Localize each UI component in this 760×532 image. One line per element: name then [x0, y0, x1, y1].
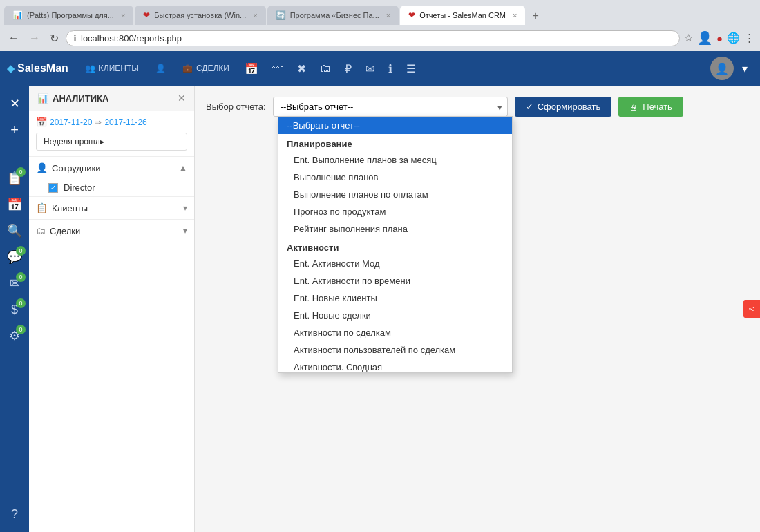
dropdown-item-14[interactable]: Активности. Сводная — [278, 359, 512, 372]
print-button[interactable]: 🖨 Печать — [618, 97, 683, 117]
finance-badge: 0 — [16, 298, 26, 308]
feedback-button[interactable]: ? — [743, 300, 760, 318]
section-clients[interactable]: 📋 Клиенты ▾ — [29, 196, 194, 219]
tab-1[interactable]: 📊 (Patts) Программы для... × — [4, 6, 133, 25]
nav-deals[interactable]: 💼 СДЕЛКИ — [175, 59, 236, 77]
dropdown-item-6[interactable]: Рейтинг выполнения плана — [278, 220, 512, 238]
sidebar-header-close[interactable]: ✕ — [178, 93, 186, 104]
browser-chrome: 📊 (Patts) Программы для... × ❤ Быстрая у… — [0, 0, 760, 51]
extension2-button[interactable]: 🌐 — [727, 32, 740, 44]
extension1-button[interactable]: ● — [716, 32, 723, 44]
sidebar-search-btn[interactable]: 🔍 — [2, 218, 27, 243]
report-select[interactable]: --Выбрать отчет-- — [273, 97, 508, 117]
profile-button[interactable]: 👤 — [697, 30, 712, 46]
tab-4[interactable]: ❤ Отчеты - SalesMan CRM × — [400, 6, 525, 25]
tasks-badge: 0 — [16, 167, 26, 177]
chat-badge: 0 — [16, 246, 26, 256]
tab-4-icon: ❤ — [408, 10, 415, 20]
tab-2-label: Быстрая установка (Win... — [154, 11, 246, 19]
dropdown-item-10[interactable]: Ent. Новые клиенты — [278, 289, 512, 307]
new-tab-button[interactable]: + — [526, 7, 544, 25]
help-icon: ? — [11, 507, 18, 522]
secure-icon: ℹ — [73, 33, 77, 44]
tab-1-icon: 📊 — [12, 10, 23, 20]
sidebar-add-btn[interactable]: + — [2, 117, 27, 142]
form-button[interactable]: ✓ Сформировать — [515, 97, 612, 117]
dropdown-scroll[interactable]: --Выбрать отчет--ПланированиеEnt. Выполн… — [278, 117, 512, 372]
sidebar-chat-btn[interactable]: 💬 0 — [2, 245, 27, 269]
sidebar-finance-btn[interactable]: $ 0 — [2, 297, 27, 322]
nav-clients[interactable]: 👥 КЛИЕНТЫ — [78, 59, 146, 77]
section-employees[interactable]: 👤 Сотрудники ▲ — [29, 156, 194, 179]
employee-director[interactable]: ✓ Director — [29, 179, 194, 196]
dropdown-item-11[interactable]: Ent. Новые сделки — [278, 307, 512, 324]
sidebar-header-icon: 📊 — [37, 93, 48, 104]
user-avatar[interactable]: 👤 — [710, 57, 734, 80]
tab-2-close[interactable]: × — [253, 11, 257, 19]
nav-deals-icon: 💼 — [182, 64, 193, 73]
brand-icon: ◆ — [7, 63, 15, 74]
app: ◆ SalesMan 👥 КЛИЕНТЫ 👤 💼 СДЕЛКИ 📅 〰 ✖ 🗂 … — [0, 51, 760, 532]
tab-4-label: Отчеты - SalesMan CRM — [419, 11, 506, 19]
sidebar-settings-btn[interactable]: ⚙ 0 — [2, 323, 27, 348]
back-button[interactable]: ← — [6, 30, 22, 46]
content-area: Выбор отчета: --Выбрать отчет-- ▾ ✓ Сфор… — [195, 86, 760, 532]
reload-button[interactable]: ↻ — [47, 30, 61, 46]
deals-icon: 🗂 — [36, 225, 46, 236]
menu-button[interactable]: ⋮ — [744, 32, 754, 44]
brand[interactable]: ◆ SalesMan — [7, 62, 68, 75]
sidebar-calendar-btn[interactable]: 📅 — [2, 192, 27, 217]
director-checkbox[interactable]: ✓ — [48, 183, 58, 193]
tab-3-close[interactable]: × — [386, 11, 390, 19]
dropdown-item-1: Планирование — [278, 134, 512, 151]
dropdown-item-12[interactable]: Активности по сделкам — [278, 324, 512, 341]
nav-ruble-icon[interactable]: ₽ — [339, 58, 357, 79]
tab-2[interactable]: ❤ Быстрая установка (Win... × — [135, 6, 265, 25]
nav-info-icon[interactable]: ℹ — [383, 58, 398, 79]
director-label: Director — [64, 182, 95, 193]
clients-label: Клиенты — [52, 203, 183, 213]
forward-button[interactable]: → — [26, 30, 43, 46]
nav-calendar-icon[interactable]: 📅 — [239, 58, 264, 79]
period-button[interactable]: Неделя прошл▸ — [36, 133, 187, 151]
user-dropdown-icon[interactable]: ▾ — [737, 58, 753, 79]
sidebar-mail-btn[interactable]: ✉ 0 — [2, 271, 27, 296]
dropdown-item-9[interactable]: Ent. Активности по времени — [278, 272, 512, 289]
dropdown-item-0[interactable]: --Выбрать отчет-- — [278, 117, 512, 134]
sidebar-tasks-btn[interactable]: 📋 0 — [2, 166, 27, 191]
nav-clients-icon: 👥 — [85, 64, 95, 73]
sidebar-close-btn[interactable]: ✕ — [2, 91, 27, 116]
nav-folder-icon[interactable]: 🗂 — [314, 58, 336, 79]
section-deals[interactable]: 🗂 Сделки ▾ — [29, 219, 194, 242]
nav-cross-icon[interactable]: ✖ — [292, 58, 312, 79]
tab-4-close[interactable]: × — [513, 11, 517, 19]
nav-menu-icon[interactable]: ☰ — [401, 58, 421, 79]
sidebar-help-btn[interactable]: ? — [2, 502, 27, 526]
dropdown-item-5[interactable]: Прогноз по продуктам — [278, 203, 512, 220]
date-icon: 📅 — [36, 117, 47, 127]
form-icon: ✓ — [526, 102, 533, 112]
print-label: Печать — [643, 102, 672, 112]
dropdown-item-8[interactable]: Ent. Активности Мод — [278, 255, 512, 272]
report-select-wrapper: --Выбрать отчет-- ▾ — [273, 97, 508, 117]
nav-mail-icon[interactable]: ✉ — [360, 58, 380, 79]
dropdown-item-3[interactable]: Выполнение планов — [278, 169, 512, 186]
address-bar-row: ← → ↻ ℹ localhost:800/reports.php ☆ 👤 ● … — [0, 25, 760, 51]
browser-actions: ☆ 👤 ● 🌐 ⋮ — [684, 30, 754, 46]
period-label: Неделя прошл▸ — [44, 137, 104, 146]
tab-1-close[interactable]: × — [121, 11, 125, 19]
dropdown-item-13[interactable]: Активности пользователей по сделкам — [278, 341, 512, 359]
bookmark-button[interactable]: ☆ — [684, 32, 693, 44]
dropdown-item-4[interactable]: Выполнение планов по оплатам — [278, 186, 512, 203]
nav-person[interactable]: 👤 — [149, 59, 173, 77]
app-body: ✕ + 📋 0 📅 🔍 💬 0 ✉ 0 $ 0 — [0, 86, 760, 532]
nav-chart-icon[interactable]: 〰 — [267, 58, 289, 79]
brand-name: SalesMan — [17, 62, 68, 75]
tab-3[interactable]: 🔄 Программа «Бизнес Па... × — [267, 6, 399, 25]
sidebar-icons: ✕ + 📋 0 📅 🔍 💬 0 ✉ 0 $ 0 — [0, 86, 29, 532]
address-text: localhost:800/reports.php — [81, 33, 672, 44]
dropdown-item-2[interactable]: Ent. Выполнение планов за месяц — [278, 151, 512, 169]
address-bar[interactable]: ℹ localhost:800/reports.php — [66, 30, 680, 46]
dropdown-item-7: Активности — [278, 238, 512, 255]
settings-badge: 0 — [16, 325, 26, 334]
